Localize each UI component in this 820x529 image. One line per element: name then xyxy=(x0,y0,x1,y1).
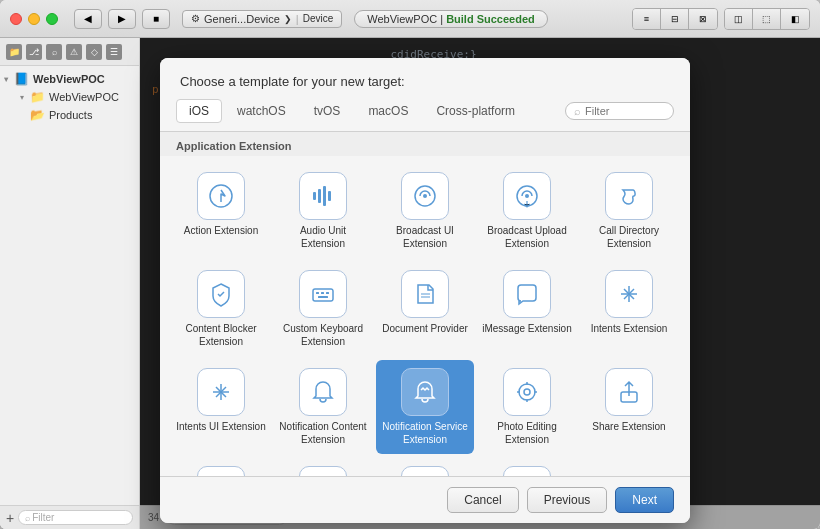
svg-rect-11 xyxy=(321,292,324,294)
debug-icon[interactable]: ☰ xyxy=(106,44,122,60)
template-content-blocker-ext[interactable]: Content Blocker Extension xyxy=(172,262,270,356)
play-button[interactable]: ▶ xyxy=(108,9,136,29)
sidebar: 📁 ⎇ ⌕ ⚠ ◇ ☰ ▾ 📘 WebViewPOC ▾ 📁 WebViewPO… xyxy=(0,38,140,529)
filter-placeholder: Filter xyxy=(32,512,54,523)
svg-rect-2 xyxy=(318,189,321,203)
project-label: WebViewPOC xyxy=(367,13,437,25)
svg-rect-4 xyxy=(328,191,331,201)
sidebar-child-label: WebViewPOC xyxy=(49,91,119,103)
notification-service-ext-label: Notification Service Extension xyxy=(380,420,470,446)
view-left[interactable]: ◫ xyxy=(725,9,753,29)
template-imessage-ext[interactable]: iMessage Extension xyxy=(478,262,576,356)
action-ext-icon xyxy=(197,172,245,220)
add-file-button[interactable]: + xyxy=(6,511,14,525)
template-broadcast-upload-ext[interactable]: Broadcast Upload Extension xyxy=(478,164,576,258)
sidebar-item-label: WebViewPOC xyxy=(33,73,105,85)
tab-tvos[interactable]: tvOS xyxy=(301,99,354,123)
tab-crossplatform[interactable]: Cross-platform xyxy=(423,99,528,123)
template-document-provider[interactable]: Document Provider xyxy=(376,262,474,356)
template-spotlight-index-ext[interactable]: Spotlight Index Extension xyxy=(274,458,372,476)
today-ext-icon: 17 xyxy=(503,466,551,476)
view-right[interactable]: ◧ xyxy=(781,9,809,29)
editor-assistant[interactable]: ⊟ xyxy=(661,9,689,29)
minimize-button[interactable] xyxy=(28,13,40,25)
template-action-ext[interactable]: Action Extension xyxy=(172,164,270,258)
tab-watchos[interactable]: watchOS xyxy=(224,99,299,123)
template-broadcast-ui-ext[interactable]: Broadcast UI Extension xyxy=(376,164,474,258)
traffic-lights xyxy=(10,13,58,25)
group-folder-icon: 📁 xyxy=(30,90,45,104)
scheme-selector[interactable]: ⚙ Generi...Device ❯ | Device xyxy=(182,10,342,28)
photo-editing-ext-label: Photo Editing Extension xyxy=(482,420,572,446)
template-grid: Action Extension Audio Unit Extension xyxy=(160,156,690,476)
view-toggle[interactable]: ◫ ⬚ ◧ xyxy=(724,8,810,30)
template-intents-ui-ext[interactable]: Intents UI Extension xyxy=(172,360,270,454)
cancel-button[interactable]: Cancel xyxy=(447,487,518,513)
close-button[interactable] xyxy=(10,13,22,25)
app-window: ◀ ▶ ■ ⚙ Generi...Device ❯ | Device WebVi… xyxy=(0,0,820,529)
template-share-ext[interactable]: Share Extension xyxy=(580,360,678,454)
intents-ui-ext-label: Intents UI Extension xyxy=(176,420,266,433)
git-icon[interactable]: ⎇ xyxy=(26,44,42,60)
main-area: 📁 ⎇ ⌕ ⚠ ◇ ☰ ▾ 📘 WebViewPOC ▾ 📁 WebViewPO… xyxy=(0,38,820,529)
build-status: Build Succeeded xyxy=(446,13,535,25)
test-icon[interactable]: ◇ xyxy=(86,44,102,60)
svg-point-24 xyxy=(519,384,535,400)
template-today-ext[interactable]: 17 Today Extension xyxy=(478,458,576,476)
filter-icon: ⌕ xyxy=(25,513,30,523)
tab-ios[interactable]: iOS xyxy=(176,99,222,123)
separator: | xyxy=(296,13,299,25)
sidebar-item-webviewpoc-root[interactable]: ▾ 📘 WebViewPOC xyxy=(0,70,139,88)
next-button[interactable]: Next xyxy=(615,487,674,513)
section-header: Application Extension xyxy=(160,132,690,156)
notification-content-ext-icon xyxy=(299,368,347,416)
content-blocker-ext-label: Content Blocker Extension xyxy=(176,322,266,348)
intents-ext-label: Intents Extension xyxy=(591,322,668,335)
filter-input[interactable] xyxy=(585,105,665,117)
template-notification-service-ext[interactable]: Notification Service Extension xyxy=(376,360,474,454)
editor-standard[interactable]: ≡ xyxy=(633,9,661,29)
intents-ext-icon xyxy=(605,270,653,318)
stop-button[interactable]: ■ xyxy=(142,9,170,29)
modal-header: Choose a template for your new target: xyxy=(160,58,690,99)
editor-version[interactable]: ⊠ xyxy=(689,9,717,29)
sidebar-item-products[interactable]: 📂 Products xyxy=(0,106,139,124)
products-folder-icon: 📂 xyxy=(30,108,45,122)
sidebar-filter[interactable]: ⌕ Filter xyxy=(18,510,133,525)
template-sticker-pack[interactable]: Sticker Pack xyxy=(376,458,474,476)
template-intents-ext[interactable]: Intents Extension xyxy=(580,262,678,356)
svg-rect-3 xyxy=(323,186,326,206)
svg-rect-1 xyxy=(313,192,316,200)
template-custom-keyboard-ext[interactable]: Custom Keyboard Extension xyxy=(274,262,372,356)
chevron-right-icon: ❯ xyxy=(284,14,292,24)
tab-macos[interactable]: macOS xyxy=(355,99,421,123)
svg-point-8 xyxy=(525,194,529,198)
template-notification-content-ext[interactable]: Notification Content Extension xyxy=(274,360,372,454)
shared-links-ext-icon: @ xyxy=(197,466,245,476)
issue-icon[interactable]: ⚠ xyxy=(66,44,82,60)
template-call-directory-ext[interactable]: Call Directory Extension xyxy=(580,164,678,258)
toolbar-right: ≡ ⊟ ⊠ ◫ ⬚ ◧ xyxy=(632,8,810,30)
back-button[interactable]: ◀ xyxy=(74,9,102,29)
template-photo-editing-ext[interactable]: Photo Editing Extension xyxy=(478,360,576,454)
share-ext-icon xyxy=(605,368,653,416)
folder-icon[interactable]: 📁 xyxy=(6,44,22,60)
template-chooser-modal: Choose a template for your new target: i… xyxy=(160,58,690,523)
search-icon: ⌕ xyxy=(574,105,581,117)
previous-button[interactable]: Previous xyxy=(527,487,608,513)
intents-ui-ext-icon xyxy=(197,368,245,416)
sidebar-item-webviewpoc-child[interactable]: ▾ 📁 WebViewPOC xyxy=(0,88,139,106)
maximize-button[interactable] xyxy=(46,13,58,25)
template-audio-unit-ext[interactable]: Audio Unit Extension xyxy=(274,164,372,258)
filter-search[interactable]: ⌕ xyxy=(565,102,674,120)
search-icon[interactable]: ⌕ xyxy=(46,44,62,60)
svg-rect-13 xyxy=(318,296,328,298)
sidebar-products-label: Products xyxy=(49,109,92,121)
notification-content-ext-label: Notification Content Extension xyxy=(278,420,368,446)
action-ext-label: Action Extension xyxy=(184,224,259,237)
view-bottom[interactable]: ⬚ xyxy=(753,9,781,29)
broadcast-upload-ext-label: Broadcast Upload Extension xyxy=(482,224,572,250)
editor-toggle[interactable]: ≡ ⊟ ⊠ xyxy=(632,8,718,30)
template-shared-links-ext[interactable]: @ Shared Links Extension xyxy=(172,458,270,476)
sidebar-tree: ▾ 📘 WebViewPOC ▾ 📁 WebViewPOC 📂 Products xyxy=(0,66,139,505)
